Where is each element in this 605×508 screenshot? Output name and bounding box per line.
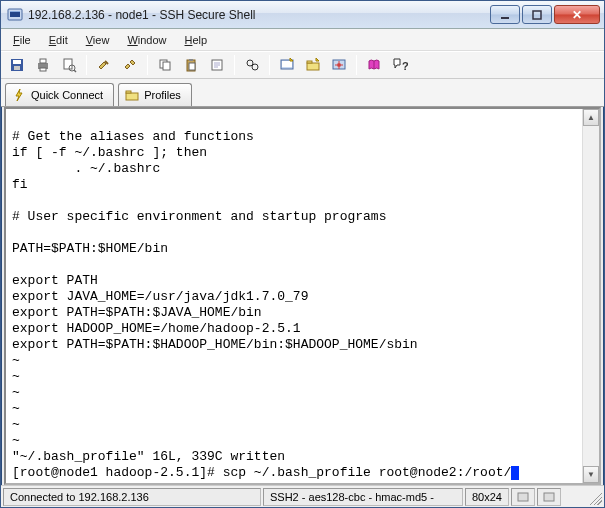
help-book-icon[interactable]	[362, 54, 386, 76]
disconnect-icon[interactable]	[118, 54, 142, 76]
app-icon	[7, 7, 23, 23]
context-help-icon[interactable]: ?	[388, 54, 412, 76]
resize-grip[interactable]	[586, 489, 602, 505]
svg-rect-11	[64, 59, 72, 69]
svg-rect-35	[126, 91, 131, 93]
svg-rect-34	[126, 93, 138, 100]
status-size: 80x24	[465, 488, 509, 506]
status-cipher: SSH2 - aes128-cbc - hmac-md5 -	[263, 488, 463, 506]
new-terminal-icon[interactable]	[275, 54, 299, 76]
scrollbar[interactable]: ▲ ▼	[582, 109, 599, 483]
window-buttons: ✕	[488, 5, 600, 24]
find-icon[interactable]	[240, 54, 264, 76]
save-icon[interactable]	[5, 54, 29, 76]
status-connection: Connected to 192.168.2.136	[3, 488, 261, 506]
toolbar-separator	[147, 55, 148, 75]
profiles-label: Profiles	[144, 89, 181, 101]
svg-rect-3	[501, 17, 509, 19]
svg-rect-7	[14, 66, 20, 70]
svg-rect-9	[40, 59, 46, 63]
folder-icon	[125, 88, 139, 102]
close-button[interactable]: ✕	[554, 5, 600, 24]
svg-rect-2	[10, 11, 20, 12]
status-icon-2	[537, 488, 561, 506]
svg-rect-17	[189, 59, 193, 61]
lightning-icon	[12, 88, 26, 102]
svg-rect-6	[13, 60, 21, 64]
print-preview-icon[interactable]	[57, 54, 81, 76]
scroll-down-button[interactable]: ▼	[583, 466, 599, 483]
menubar: File Edit View Window Help	[1, 29, 604, 51]
svg-point-31	[337, 63, 341, 67]
toolbar-separator	[234, 55, 235, 75]
svg-rect-29	[307, 61, 312, 63]
maximize-button[interactable]	[522, 5, 552, 24]
cursor	[511, 466, 519, 480]
svg-rect-15	[163, 62, 170, 70]
toolbar: ?	[1, 51, 604, 79]
toolbar-separator	[356, 55, 357, 75]
menu-window[interactable]: Window	[119, 32, 174, 48]
scroll-up-button[interactable]: ▲	[583, 109, 599, 126]
svg-rect-27	[282, 61, 292, 67]
toolbar-separator	[86, 55, 87, 75]
settings-icon[interactable]	[327, 54, 351, 76]
app-window: 192.168.2.136 - node1 - SSH Secure Shell…	[0, 0, 605, 508]
titlebar[interactable]: 192.168.2.136 - node1 - SSH Secure Shell…	[1, 1, 604, 29]
new-file-transfer-icon[interactable]	[301, 54, 325, 76]
svg-rect-4	[533, 11, 541, 19]
statusbar: Connected to 192.168.2.136 SSH2 - aes128…	[1, 485, 604, 507]
svg-rect-37	[544, 493, 554, 501]
svg-rect-10	[40, 68, 46, 71]
svg-line-13	[74, 70, 76, 72]
toolbar-separator	[269, 55, 270, 75]
svg-rect-36	[518, 493, 528, 501]
quick-connect-label: Quick Connect	[31, 89, 103, 101]
profiles-button[interactable]: Profiles	[118, 83, 192, 106]
status-icon-1	[511, 488, 535, 506]
connect-icon[interactable]	[92, 54, 116, 76]
window-title: 192.168.2.136 - node1 - SSH Secure Shell	[28, 8, 488, 22]
menu-help[interactable]: Help	[177, 32, 216, 48]
terminal[interactable]: # Get the aliases and functions if [ -f …	[6, 109, 582, 483]
terminal-container: # Get the aliases and functions if [ -f …	[4, 107, 601, 485]
svg-text:?: ?	[402, 60, 408, 72]
quick-connect-button[interactable]: Quick Connect	[5, 83, 114, 106]
minimize-button[interactable]	[490, 5, 520, 24]
paste-icon[interactable]	[179, 54, 203, 76]
scroll-track[interactable]	[583, 126, 599, 466]
menu-view[interactable]: View	[78, 32, 118, 48]
menu-edit[interactable]: Edit	[41, 32, 76, 48]
connection-bar: Quick Connect Profiles	[1, 79, 604, 107]
svg-rect-28	[307, 63, 319, 70]
copy-icon[interactable]	[153, 54, 177, 76]
svg-rect-18	[189, 63, 195, 70]
menu-file[interactable]: File	[5, 32, 39, 48]
print-icon[interactable]	[31, 54, 55, 76]
clear-icon[interactable]	[205, 54, 229, 76]
